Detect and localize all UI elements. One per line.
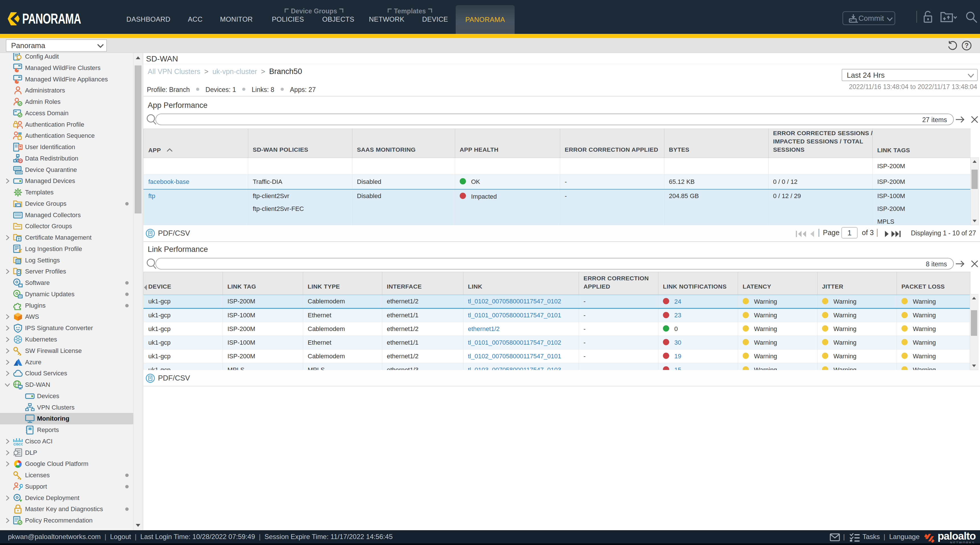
svg-text:?: ? xyxy=(965,42,969,49)
svg-text:CISCO: CISCO xyxy=(13,443,23,446)
